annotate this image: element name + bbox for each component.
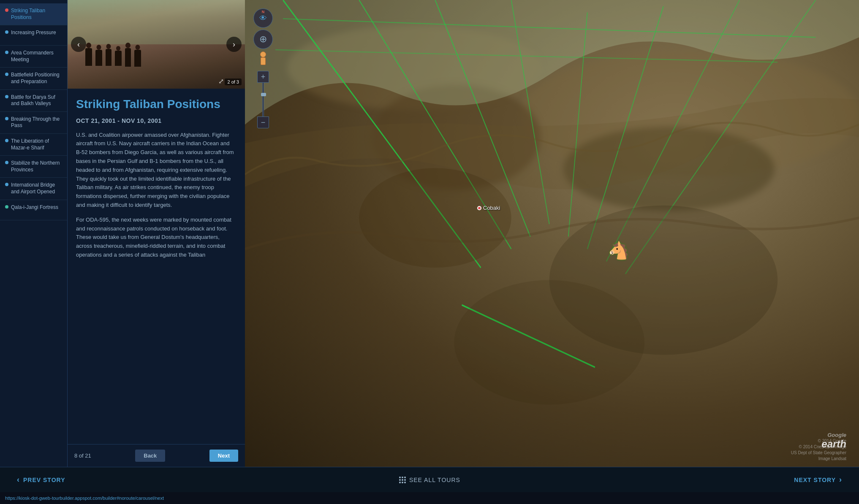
nav-counter: 8 of 21 bbox=[74, 453, 91, 459]
carousel-expand-button[interactable]: ⤢ bbox=[218, 77, 224, 85]
story-title: Striking Taliban Positions bbox=[76, 97, 236, 111]
sidebar-dot-5 bbox=[5, 117, 8, 120]
sidebar-label-4: Battle for Darya Suf and Balkh Valleys bbox=[11, 94, 62, 107]
map-svg bbox=[245, 0, 859, 467]
grid-icon bbox=[399, 477, 406, 483]
svg-point-11 bbox=[359, 168, 511, 268]
sidebar-label-7: Stabilize the Northern Provinces bbox=[11, 160, 62, 173]
sidebar-item-stabilize[interactable]: Stabilize the Northern Provinces bbox=[0, 156, 67, 178]
compass[interactable]: N 👁 bbox=[253, 8, 273, 28]
sidebar-dot-7 bbox=[5, 161, 8, 164]
sidebar: Striking Taliban Positions Increasing Pr… bbox=[0, 0, 68, 467]
sidebar-dot-4 bbox=[5, 95, 8, 98]
sidebar-dot-6 bbox=[5, 139, 8, 142]
story-body-2: For ODA-595, the next weeks were marked … bbox=[76, 216, 236, 260]
story-date: OCT 21, 2001 - NOV 10, 2001 bbox=[76, 117, 236, 124]
location-dot bbox=[477, 206, 481, 210]
map-attribution: © 2014 Google © 2014 Cnes/Spot Image US … bbox=[791, 438, 846, 462]
prev-story-button[interactable]: ‹ PREV STORY bbox=[17, 475, 65, 484]
carousel-prev-button[interactable]: ‹ bbox=[71, 37, 86, 52]
story-body-1: U.S. and Coalition airpower amassed over… bbox=[76, 131, 236, 210]
status-url: https://kiosk-dot-gweb-tourbuilder.appsp… bbox=[5, 496, 164, 501]
sidebar-item-striking-taliban[interactable]: Striking Taliban Positions bbox=[0, 3, 67, 25]
zoom-controls: + − bbox=[257, 71, 269, 128]
sidebar-dot-3 bbox=[5, 73, 8, 76]
map-controls: N 👁 + − bbox=[253, 8, 273, 128]
compass-north-label: N bbox=[262, 10, 265, 14]
back-button[interactable]: Back bbox=[135, 450, 165, 462]
see-all-label: SEE ALL TOURS bbox=[409, 477, 460, 483]
status-bar: https://kiosk-dot-gweb-tourbuilder.appsp… bbox=[0, 492, 859, 504]
sidebar-label-0: Striking Taliban Positions bbox=[11, 8, 62, 21]
sidebar-dot-8 bbox=[5, 183, 8, 186]
bottom-bar: ‹ PREV STORY SEE ALL TOURS NEXT STORY › bbox=[0, 467, 859, 492]
sidebar-dot-0 bbox=[5, 8, 8, 12]
sidebar-label-1: Increasing Pressure bbox=[11, 30, 62, 36]
next-story-button[interactable]: NEXT STORY › bbox=[794, 475, 842, 484]
compass-eye-icon: 👁 bbox=[259, 14, 267, 23]
carousel-image bbox=[68, 0, 245, 89]
next-button[interactable]: Next bbox=[209, 450, 238, 462]
zoom-in-button[interactable]: + bbox=[257, 71, 269, 83]
horse-rider-icon: 🐴 bbox=[608, 241, 629, 260]
sidebar-item-increasing-pressure[interactable]: Increasing Pressure bbox=[0, 25, 67, 46]
see-all-tours-button[interactable]: SEE ALL TOURS bbox=[399, 477, 460, 483]
location-label-cobaki: Cobaki bbox=[477, 205, 500, 211]
map-area[interactable]: N 👁 + − Cobaki 🐴 Goog bbox=[245, 0, 859, 467]
content-panel: ‹ › 2 of 3 ⤢ Striking Taliban Positions … bbox=[68, 0, 245, 467]
sidebar-label-9: Qala-i-Jangi Fortress bbox=[11, 204, 62, 211]
pegman[interactable] bbox=[257, 51, 269, 68]
sidebar-label-2: Area Commanders Meeting bbox=[11, 50, 62, 63]
sidebar-dot-2 bbox=[5, 51, 8, 54]
sidebar-label-6: The Liberation of Mazar-e Sharif bbox=[11, 138, 62, 151]
main-container: Striking Taliban Positions Increasing Pr… bbox=[0, 0, 859, 467]
sidebar-item-battlefield[interactable]: Battlefield Positioning and Preparation bbox=[0, 68, 67, 89]
sidebar-label-5: Breaking Through the Pass bbox=[11, 116, 62, 129]
carousel-next-button[interactable]: › bbox=[226, 37, 242, 52]
nav-footer: 8 of 21 Back Next bbox=[68, 444, 245, 467]
sidebar-label-8: International Bridge and Airport Opened bbox=[11, 182, 62, 195]
prev-chevron-icon: ‹ bbox=[17, 475, 20, 484]
sidebar-dot-1 bbox=[5, 30, 8, 34]
sidebar-item-qala[interactable]: Qala-i-Jangi Fortress bbox=[0, 200, 67, 220]
location-name: Cobaki bbox=[483, 205, 500, 211]
zoom-track bbox=[262, 83, 264, 117]
pegman-body bbox=[261, 57, 266, 65]
next-story-label: NEXT STORY bbox=[794, 477, 836, 483]
sidebar-item-breaking-through[interactable]: Breaking Through the Pass bbox=[0, 112, 67, 134]
prev-story-label: PREV STORY bbox=[23, 477, 65, 483]
zoom-out-button[interactable]: − bbox=[257, 117, 269, 128]
svg-point-13 bbox=[454, 280, 644, 405]
pegman-head bbox=[260, 51, 266, 57]
sidebar-item-liberation[interactable]: The Liberation of Mazar-e Sharif bbox=[0, 134, 67, 156]
zoom-thumb bbox=[261, 93, 266, 96]
sidebar-dot-9 bbox=[5, 205, 8, 209]
carousel: ‹ › 2 of 3 ⤢ bbox=[68, 0, 245, 89]
sidebar-label-3: Battlefield Positioning and Preparation bbox=[11, 72, 62, 85]
story-text-content: Striking Taliban Positions OCT 21, 2001 … bbox=[68, 89, 245, 444]
next-chevron-icon: › bbox=[839, 475, 842, 484]
carousel-counter: 2 of 3 bbox=[225, 79, 242, 85]
sidebar-item-area-commanders[interactable]: Area Commanders Meeting bbox=[0, 46, 67, 68]
sidebar-item-battle-darya[interactable]: Battle for Darya Suf and Balkh Valleys bbox=[0, 90, 67, 112]
sidebar-item-bridge-airport[interactable]: International Bridge and Airport Opened bbox=[0, 178, 67, 200]
map-pan-control[interactable] bbox=[253, 30, 273, 49]
